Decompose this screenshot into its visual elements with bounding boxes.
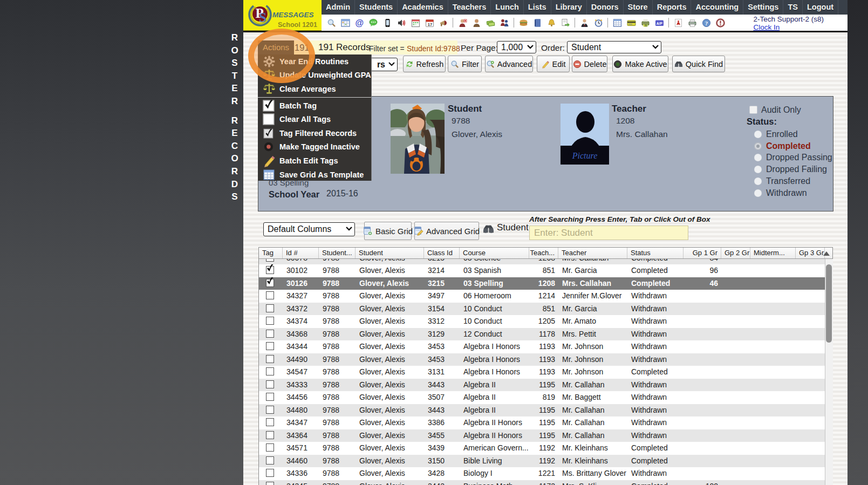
nav-item-teachers[interactable]: Teachers xyxy=(448,0,491,15)
table-row[interactable]: 343369788Glover, Alexis3428Biology I1221… xyxy=(259,467,825,480)
status-option-enrolled[interactable]: Enrolled xyxy=(754,129,798,140)
basic-grid-button[interactable]: Basic Grid xyxy=(364,222,412,240)
menu-item-clear-averages[interactable]: Clear Averages xyxy=(258,82,371,96)
calendar-date-icon[interactable]: 17 xyxy=(425,18,434,28)
table-row[interactable]: 343339788Glover, Alexis3443Algebra II119… xyxy=(259,379,825,392)
status-option-withdrawn[interactable]: Withdrawn xyxy=(754,188,807,199)
row-checkbox[interactable] xyxy=(266,317,274,325)
menu-item-batch-tag[interactable]: Batch Tag xyxy=(258,99,371,113)
clock-in-link[interactable]: Clock In xyxy=(753,23,780,31)
row-checkbox[interactable] xyxy=(266,456,274,464)
printer-money-icon[interactable]: $$ xyxy=(641,18,650,28)
row-checkbox[interactable] xyxy=(266,393,274,401)
radio-icon[interactable] xyxy=(754,177,762,185)
table-scrollbar-thumb[interactable] xyxy=(826,264,832,343)
col-header-teacher[interactable]: Teacher xyxy=(558,248,627,258)
table-row[interactable]: 345719788Glover, Alexis3439American Gove… xyxy=(259,442,825,455)
person-suit-icon[interactable] xyxy=(580,18,589,28)
row-checkbox[interactable] xyxy=(266,355,274,363)
bell-icon[interactable] xyxy=(547,18,556,28)
table-row[interactable]: 344909788Glover, Alexis3453Algebra I Hon… xyxy=(259,353,825,366)
spreadsheet-icon[interactable] xyxy=(613,18,622,28)
status-option-dropped-failing[interactable]: Dropped Failing xyxy=(754,164,827,175)
grid-table-icon[interactable] xyxy=(341,18,350,28)
audit-only-checkbox[interactable] xyxy=(749,106,757,114)
radio-icon[interactable] xyxy=(754,131,762,138)
row-checkbox[interactable] xyxy=(266,406,274,414)
search-icon[interactable] xyxy=(327,18,336,28)
row-checkbox[interactable] xyxy=(266,443,274,452)
nav-item-lunch[interactable]: Lunch xyxy=(491,0,524,15)
row-checkbox[interactable] xyxy=(266,380,274,388)
nav-item-donors[interactable]: Donors xyxy=(587,0,624,15)
status-option-completed[interactable]: Completed xyxy=(754,141,811,152)
row-checkbox[interactable] xyxy=(266,431,274,439)
table-row[interactable]: 344569788Glover, Alexis3507Algebra II819… xyxy=(259,391,825,404)
row-checkbox-checked[interactable] xyxy=(266,279,274,287)
delete-button[interactable]: Delete xyxy=(572,56,607,72)
col-header-id-[interactable]: Id # xyxy=(283,248,319,258)
nav-item-lists[interactable]: Lists xyxy=(524,0,551,15)
row-checkbox-checked[interactable] xyxy=(266,266,274,274)
nav-item-reports[interactable]: Reports xyxy=(653,0,692,15)
table-row[interactable]: 343479788Glover, Alexis3386Algebra II Ho… xyxy=(259,416,825,429)
table-row[interactable]: 343449788Glover, Alexis3453Algebra I Hon… xyxy=(259,340,825,353)
col-header-course[interactable]: Course xyxy=(460,248,529,258)
col-header-student[interactable]: Student xyxy=(356,248,424,258)
col-header-teach-[interactable]: Teach... xyxy=(529,248,558,258)
table-row[interactable]: 343749788Glover, Alexis331210 Conduct120… xyxy=(259,315,825,328)
table-row[interactable]: 343689788Glover, Alexis312912 Conduct117… xyxy=(259,328,825,341)
refresh-button[interactable]: Refresh xyxy=(403,56,446,72)
col-header-status[interactable]: Status xyxy=(627,248,684,258)
table-row[interactable]: 343459788Glover, Alexis3442Business Math… xyxy=(259,480,825,485)
table-row[interactable]: 301029788Glover, Alexis321403 Spanish851… xyxy=(259,264,825,277)
radio-icon[interactable] xyxy=(754,142,762,150)
table-row[interactable]: 343279788Glover, Alexis349706 Homeroom12… xyxy=(259,290,825,303)
row-checkbox[interactable] xyxy=(266,342,274,350)
tickets-icon[interactable] xyxy=(486,18,495,28)
advanced-grid-button[interactable]: Advanced Grid xyxy=(414,222,479,240)
chat-icon[interactable] xyxy=(369,18,378,28)
table-row[interactable]: 344809788Glover, Alexis3443Algebra II119… xyxy=(259,404,825,417)
nav-item-accounting[interactable]: Accounting xyxy=(691,0,743,15)
table-row[interactable]: 343649788Glover, Alexis3455Algebra II Ho… xyxy=(259,429,825,442)
pdf-icon[interactable] xyxy=(674,18,683,28)
printer-icon[interactable] xyxy=(688,18,697,28)
col-header-gp-3-gr[interactable]: Gp 3 Gr xyxy=(796,248,825,258)
col-header-tag[interactable]: Tag xyxy=(259,248,283,258)
nurse-icon[interactable] xyxy=(458,18,467,28)
menu-item-make-tagged-inactive[interactable]: Make Tagged Inactive xyxy=(258,140,371,154)
nav-item-store[interactable]: Store xyxy=(624,0,653,15)
nav-item-students[interactable]: Students xyxy=(355,0,398,15)
email-at-icon[interactable]: @ xyxy=(355,18,364,28)
stop-icon[interactable] xyxy=(716,18,725,28)
table-row[interactable]: 345479788Glover, Alexis3131Algebra I Hon… xyxy=(259,366,825,379)
row-checkbox[interactable] xyxy=(266,482,274,485)
menu-item-clear-all-tags[interactable]: Clear All Tags xyxy=(258,112,371,126)
help-icon[interactable]: ? xyxy=(702,18,711,28)
search-input[interactable] xyxy=(529,226,688,240)
status-option-transferred[interactable]: Transferred xyxy=(754,176,810,187)
row-checkbox[interactable] xyxy=(266,469,274,477)
sort-asc-icon[interactable] xyxy=(823,251,830,256)
menu-item-tag-filtered-records[interactable]: Tag Filtered Records xyxy=(258,126,371,140)
person-icon[interactable] xyxy=(472,18,481,28)
row-checkbox[interactable] xyxy=(266,304,274,312)
nav-item-academics[interactable]: Academics xyxy=(398,0,448,15)
col-header-gp-1-gr[interactable]: Gp 1 Gr xyxy=(684,248,721,258)
row-checkbox-checked[interactable] xyxy=(266,259,274,262)
advanced-button[interactable]: Advanced xyxy=(485,56,533,72)
make-active-button[interactable]: Make Active xyxy=(612,56,668,72)
sandwich-icon[interactable] xyxy=(519,18,528,28)
nav-item-logout[interactable]: Logout xyxy=(803,0,838,15)
family-icon[interactable] xyxy=(500,18,509,28)
table-row[interactable]: 301269788Glover, Alexis321503 Spelling12… xyxy=(259,277,825,290)
filter-button[interactable]: Filter xyxy=(448,56,482,72)
per-page-select[interactable]: 1,000 xyxy=(497,41,536,53)
menu-item-batch-edit-tags[interactable]: Batch Edit Tags xyxy=(258,154,371,168)
radio-icon[interactable] xyxy=(754,154,762,161)
table-row[interactable]: 343729788Glover, Alexis315410 Conduct851… xyxy=(259,303,825,316)
col-header-student-[interactable]: Student... xyxy=(319,248,356,258)
nav-item-ts[interactable]: TS xyxy=(783,0,803,15)
nav-item-admin[interactable]: Admin xyxy=(322,0,355,15)
